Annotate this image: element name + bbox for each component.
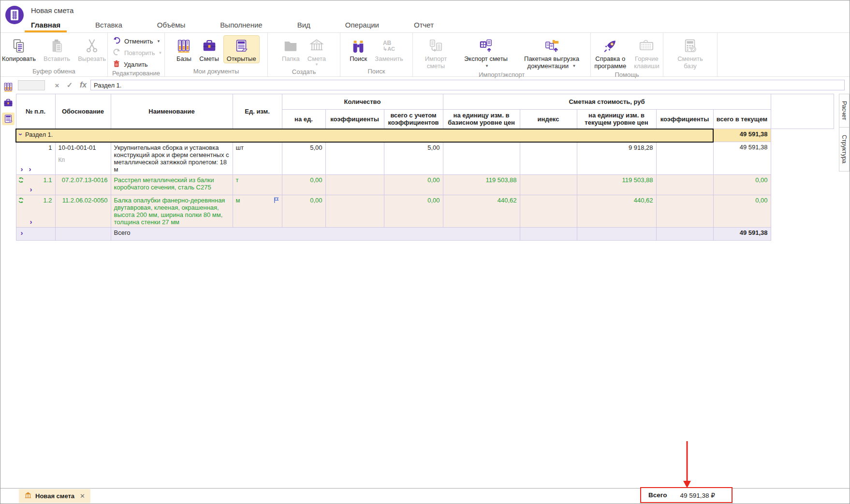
expand-chevron-icon[interactable]: › [21, 230, 23, 236]
menu-tab-Вид[interactable]: Вид [291, 18, 317, 32]
expand-chevron-icon[interactable]: › [30, 187, 32, 192]
keyboard-icon [639, 37, 654, 55]
copy-button[interactable]: Копировать [0, 35, 39, 63]
annotation-arrow [680, 441, 694, 489]
menu-tab-Вставка[interactable]: Вставка [89, 18, 129, 32]
cell-name[interactable]: Балка опалубки фанерно-деревянная двутав… [111, 195, 233, 227]
cell-value[interactable] [520, 195, 577, 227]
ribbon-group-Редактирование: Отменить▼Повторить▼УдалитьРедактирование [108, 33, 165, 76]
col-header-basis: Обоснование [55, 94, 111, 129]
cell-value[interactable]: 119 503,88 [443, 174, 520, 195]
ribbon-group-extra: Сменить базу [663, 33, 718, 76]
cell-code[interactable]: 07.2.07.13-0016 [55, 174, 111, 195]
cell-value[interactable]: 119 503,88 [577, 174, 656, 195]
cell-value[interactable]: 440,62 [443, 195, 520, 227]
ribbon-group-Мои документы: БазыСметыОткрытыеМои документы [165, 33, 268, 76]
chevron-down-icon[interactable]: ▼ [157, 39, 161, 43]
cell-value[interactable]: 0,00 [713, 174, 771, 195]
house-outline-icon [309, 37, 324, 55]
cell-name[interactable]: Расстрел металлический из балки коробчат… [111, 174, 233, 195]
cell-value[interactable]: 0,00 [384, 174, 443, 195]
expand-chevron-icon[interactable]: › [30, 219, 32, 225]
chevron-down-icon[interactable]: ▼ [158, 51, 162, 55]
col-header-npp: № п.п. [16, 94, 55, 129]
estimates-button[interactable]: Сметы [196, 35, 222, 63]
cut-button: Вырезать [74, 35, 109, 63]
export-button[interactable]: Экспорт сметы ▼ [459, 35, 513, 71]
rail-briefcase-icon[interactable] [2, 97, 15, 109]
delete-button[interactable]: Удалить [113, 59, 161, 69]
section-title-cell[interactable]: ›Раздел 1. [16, 129, 713, 142]
cell-value[interactable]: 0,00 [713, 195, 771, 227]
folder-button: Папка [278, 35, 303, 63]
cell-value[interactable] [443, 142, 520, 175]
cell-name[interactable]: Укрупнительная сборка и установка констр… [111, 142, 233, 175]
rail-open-docs-icon[interactable] [2, 113, 15, 125]
totals-value[interactable]: 49 591,38 [713, 227, 771, 240]
menu-tab-Отчет[interactable]: Отчет [408, 18, 440, 32]
cell-num[interactable]: › [16, 227, 55, 240]
cell-unit[interactable]: шт [233, 142, 282, 175]
menu-tab-Объёмы[interactable]: Объёмы [151, 18, 192, 32]
search-button[interactable]: Поиск [346, 35, 370, 63]
estimate-row-1.1[interactable]: 1.1›07.2.07.13-0016Расстрел металлически… [16, 174, 834, 195]
document-tab[interactable]: Новая смета ✕ [19, 489, 90, 503]
section-row[interactable]: ›Раздел 1.49 591,38 [16, 129, 834, 142]
cell-value[interactable]: 440,62 [577, 195, 656, 227]
cell-num[interactable]: 1›› [16, 142, 55, 175]
cell-code[interactable]: 10-01-001-01Кп [55, 142, 111, 175]
estimate-row-1.2[interactable]: 1.2›11.2.06.02-0050Балка опалубки фанерн… [16, 195, 834, 227]
menu-tab-Выполнение[interactable]: Выполнение [214, 18, 268, 32]
confirm-icon[interactable]: ✓ [63, 81, 76, 89]
document-title: Новая смета [31, 6, 73, 14]
menu-tab-Главная[interactable]: Главная [25, 18, 67, 32]
collapse-chevron-icon[interactable]: › [18, 133, 24, 135]
batch-export-button[interactable]: Пакетная выгрузка документации ▼ [513, 35, 590, 71]
about-button[interactable]: Справка о программе [591, 35, 630, 71]
totals-label[interactable]: Всего [111, 227, 520, 240]
cell-code[interactable]: 11.2.06.02-0050 [55, 195, 111, 227]
bases-button[interactable]: Базы [173, 35, 195, 63]
cell-value[interactable] [325, 195, 384, 227]
cell-value[interactable]: 0,00 [282, 195, 325, 227]
estimate-row-1[interactable]: 1››10-01-001-01КпУкрупнительная сборка и… [16, 142, 834, 175]
close-icon[interactable]: ✕ [80, 492, 85, 500]
cell-value[interactable] [656, 174, 713, 195]
cell-value[interactable]: 9 918,28 [577, 142, 656, 175]
cell-value[interactable]: 0,00 [282, 174, 325, 195]
cell-num[interactable]: 1.1› [16, 174, 55, 195]
ribbon-group-label: Поиск [340, 67, 412, 76]
cell-value[interactable] [520, 174, 577, 195]
formula-bar: × ✓ fx [18, 79, 845, 91]
cell-value[interactable] [656, 195, 713, 227]
cell-value[interactable]: 49 591,38 [713, 142, 771, 175]
undo-button[interactable]: Отменить▼ [113, 36, 161, 46]
fx-icon[interactable]: fx [76, 81, 90, 89]
opened-button[interactable]: Открытые [223, 35, 260, 63]
cell-num[interactable]: 1.2› [16, 195, 55, 227]
expand-chevron-icon[interactable]: › [29, 166, 31, 172]
totals-row[interactable]: ›Всего49 591,38 [16, 227, 834, 240]
cell-reference-input[interactable] [18, 80, 45, 90]
tab-structure[interactable]: Структура [839, 127, 850, 172]
formula-input[interactable] [90, 80, 845, 90]
estimate-grid: № п.п. Обоснование Наименование Ед. изм.… [15, 94, 834, 241]
cell-value[interactable] [656, 142, 713, 175]
app-logo-icon [5, 5, 24, 25]
expand-chevron-icon[interactable]: › [21, 166, 23, 172]
cell-value[interactable] [325, 142, 384, 175]
cell-value[interactable] [325, 174, 384, 195]
cell-value[interactable] [520, 142, 577, 175]
document-tab-label: Новая смета [35, 492, 74, 500]
rail-bases-icon[interactable] [2, 81, 15, 93]
cell-value[interactable]: 5,00 [384, 142, 443, 175]
cancel-icon[interactable]: × [51, 81, 63, 89]
cell-value[interactable]: 0,00 [384, 195, 443, 227]
menu-tab-Операции[interactable]: Операции [339, 18, 385, 32]
cell-unit[interactable]: т [233, 174, 282, 195]
tab-calculation[interactable]: Расчет [839, 94, 850, 128]
undo-icon [113, 36, 121, 46]
cell-unit[interactable]: м [233, 195, 282, 227]
section-total[interactable]: 49 591,38 [713, 129, 771, 142]
cell-value[interactable]: 5,00 [282, 142, 325, 175]
